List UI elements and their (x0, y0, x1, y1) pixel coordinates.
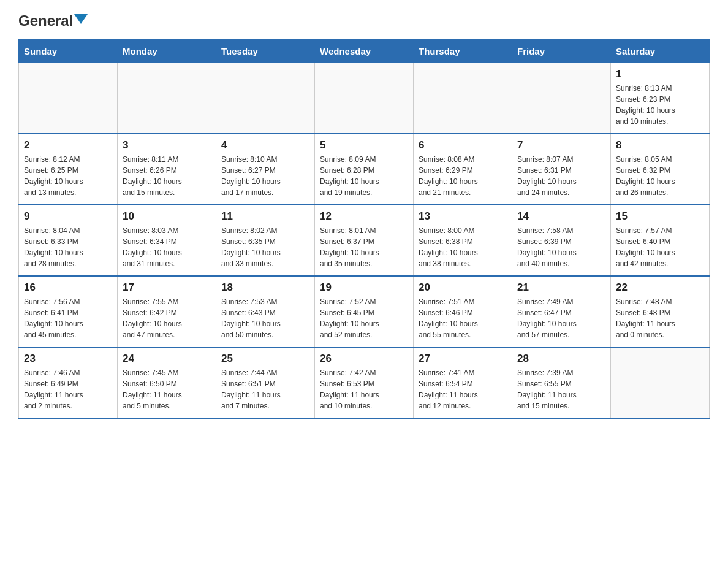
day-number: 6 (419, 139, 507, 151)
calendar-cell: 21Sunrise: 7:49 AM Sunset: 6:47 PM Dayli… (512, 276, 611, 347)
day-info: Sunrise: 8:00 AM Sunset: 6:38 PM Dayligh… (419, 225, 507, 269)
day-number: 11 (221, 210, 309, 223)
day-number: 8 (616, 139, 704, 151)
calendar-table: SundayMondayTuesdayWednesdayThursdayFrid… (18, 39, 710, 419)
calendar-cell: 3Sunrise: 8:11 AM Sunset: 6:26 PM Daylig… (118, 134, 216, 205)
weekday-header-sunday: Sunday (19, 40, 118, 63)
day-number: 2 (24, 139, 112, 151)
calendar-cell: 14Sunrise: 7:58 AM Sunset: 6:39 PM Dayli… (512, 205, 611, 276)
day-number: 10 (123, 210, 211, 223)
day-info: Sunrise: 7:39 AM Sunset: 6:55 PM Dayligh… (517, 367, 605, 412)
day-info: Sunrise: 8:11 AM Sunset: 6:26 PM Dayligh… (123, 154, 211, 198)
day-info: Sunrise: 7:57 AM Sunset: 6:40 PM Dayligh… (616, 225, 704, 269)
day-number: 14 (517, 210, 605, 223)
day-number: 1 (616, 68, 704, 80)
calendar-cell (19, 63, 118, 134)
calendar-cell: 15Sunrise: 7:57 AM Sunset: 6:40 PM Dayli… (611, 205, 710, 276)
calendar-cell: 5Sunrise: 8:09 AM Sunset: 6:28 PM Daylig… (315, 134, 414, 205)
calendar-cell: 9Sunrise: 8:04 AM Sunset: 6:33 PM Daylig… (19, 205, 118, 276)
day-info: Sunrise: 7:48 AM Sunset: 6:48 PM Dayligh… (616, 296, 704, 340)
day-number: 26 (320, 353, 408, 365)
calendar-cell: 7Sunrise: 8:07 AM Sunset: 6:31 PM Daylig… (512, 134, 611, 205)
day-number: 16 (24, 282, 112, 294)
calendar-cell: 13Sunrise: 8:00 AM Sunset: 6:38 PM Dayli… (414, 205, 512, 276)
calendar-cell (315, 63, 414, 134)
calendar-cell: 18Sunrise: 7:53 AM Sunset: 6:43 PM Dayli… (216, 276, 315, 347)
day-info: Sunrise: 8:04 AM Sunset: 6:33 PM Dayligh… (24, 225, 112, 269)
day-info: Sunrise: 8:10 AM Sunset: 6:27 PM Dayligh… (221, 154, 309, 198)
calendar-cell (414, 63, 512, 134)
day-info: Sunrise: 7:55 AM Sunset: 6:42 PM Dayligh… (123, 296, 211, 340)
day-number: 5 (320, 139, 408, 151)
day-number: 9 (24, 210, 112, 223)
week-row-1: 1Sunrise: 8:13 AM Sunset: 6:23 PM Daylig… (19, 63, 710, 134)
day-number: 18 (221, 282, 309, 294)
day-number: 24 (123, 353, 211, 365)
calendar-cell: 1Sunrise: 8:13 AM Sunset: 6:23 PM Daylig… (611, 63, 710, 134)
day-number: 12 (320, 210, 408, 223)
calendar-cell: 22Sunrise: 7:48 AM Sunset: 6:48 PM Dayli… (611, 276, 710, 347)
weekday-header-saturday: Saturday (611, 40, 710, 63)
calendar-cell: 11Sunrise: 8:02 AM Sunset: 6:35 PM Dayli… (216, 205, 315, 276)
day-number: 23 (24, 353, 112, 365)
day-number: 20 (419, 282, 507, 294)
day-number: 27 (419, 353, 507, 365)
calendar-cell (118, 63, 216, 134)
logo: General (18, 12, 88, 27)
day-number: 22 (616, 282, 704, 294)
day-info: Sunrise: 7:58 AM Sunset: 6:39 PM Dayligh… (517, 225, 605, 269)
svg-marker-0 (74, 14, 88, 24)
day-info: Sunrise: 8:09 AM Sunset: 6:28 PM Dayligh… (320, 154, 408, 198)
calendar-cell: 16Sunrise: 7:56 AM Sunset: 6:41 PM Dayli… (19, 276, 118, 347)
day-info: Sunrise: 7:44 AM Sunset: 6:51 PM Dayligh… (221, 367, 309, 412)
calendar-cell: 12Sunrise: 8:01 AM Sunset: 6:37 PM Dayli… (315, 205, 414, 276)
calendar-cell: 6Sunrise: 8:08 AM Sunset: 6:29 PM Daylig… (414, 134, 512, 205)
day-number: 28 (517, 353, 605, 365)
weekday-header-wednesday: Wednesday (315, 40, 414, 63)
week-row-2: 2Sunrise: 8:12 AM Sunset: 6:25 PM Daylig… (19, 134, 710, 205)
day-info: Sunrise: 8:02 AM Sunset: 6:35 PM Dayligh… (221, 225, 309, 269)
page-header: General (18, 12, 710, 27)
day-number: 21 (517, 282, 605, 294)
calendar-cell: 24Sunrise: 7:45 AM Sunset: 6:50 PM Dayli… (118, 347, 216, 418)
calendar-cell (512, 63, 611, 134)
day-info: Sunrise: 8:03 AM Sunset: 6:34 PM Dayligh… (123, 225, 211, 269)
day-number: 19 (320, 282, 408, 294)
calendar-cell: 27Sunrise: 7:41 AM Sunset: 6:54 PM Dayli… (414, 347, 512, 418)
week-row-4: 16Sunrise: 7:56 AM Sunset: 6:41 PM Dayli… (19, 276, 710, 347)
logo-general: General (18, 12, 73, 29)
calendar-cell: 20Sunrise: 7:51 AM Sunset: 6:46 PM Dayli… (414, 276, 512, 347)
calendar-cell: 26Sunrise: 7:42 AM Sunset: 6:53 PM Dayli… (315, 347, 414, 418)
calendar-cell: 17Sunrise: 7:55 AM Sunset: 6:42 PM Dayli… (118, 276, 216, 347)
day-info: Sunrise: 7:49 AM Sunset: 6:47 PM Dayligh… (517, 296, 605, 340)
weekday-header-thursday: Thursday (414, 40, 512, 63)
calendar-cell: 25Sunrise: 7:44 AM Sunset: 6:51 PM Dayli… (216, 347, 315, 418)
calendar-cell (216, 63, 315, 134)
day-info: Sunrise: 8:05 AM Sunset: 6:32 PM Dayligh… (616, 154, 704, 198)
logo-triangle-icon (74, 14, 88, 24)
day-info: Sunrise: 7:41 AM Sunset: 6:54 PM Dayligh… (419, 367, 507, 412)
day-info: Sunrise: 7:56 AM Sunset: 6:41 PM Dayligh… (24, 296, 112, 340)
day-info: Sunrise: 8:08 AM Sunset: 6:29 PM Dayligh… (419, 154, 507, 198)
day-info: Sunrise: 7:52 AM Sunset: 6:45 PM Dayligh… (320, 296, 408, 340)
calendar-cell: 23Sunrise: 7:46 AM Sunset: 6:49 PM Dayli… (19, 347, 118, 418)
calendar-cell: 4Sunrise: 8:10 AM Sunset: 6:27 PM Daylig… (216, 134, 315, 205)
day-info: Sunrise: 7:42 AM Sunset: 6:53 PM Dayligh… (320, 367, 408, 412)
day-info: Sunrise: 8:07 AM Sunset: 6:31 PM Dayligh… (517, 154, 605, 198)
calendar-cell: 10Sunrise: 8:03 AM Sunset: 6:34 PM Dayli… (118, 205, 216, 276)
day-info: Sunrise: 7:45 AM Sunset: 6:50 PM Dayligh… (123, 367, 211, 412)
weekday-header-monday: Monday (118, 40, 216, 63)
day-number: 4 (221, 139, 309, 151)
weekday-header-friday: Friday (512, 40, 611, 63)
day-info: Sunrise: 8:12 AM Sunset: 6:25 PM Dayligh… (24, 154, 112, 198)
day-number: 7 (517, 139, 605, 151)
day-number: 15 (616, 210, 704, 223)
calendar-cell: 8Sunrise: 8:05 AM Sunset: 6:32 PM Daylig… (611, 134, 710, 205)
calendar-cell: 28Sunrise: 7:39 AM Sunset: 6:55 PM Dayli… (512, 347, 611, 418)
calendar-cell (611, 347, 710, 418)
day-info: Sunrise: 8:13 AM Sunset: 6:23 PM Dayligh… (616, 83, 704, 127)
day-number: 17 (123, 282, 211, 294)
weekday-header-row: SundayMondayTuesdayWednesdayThursdayFrid… (19, 40, 710, 63)
day-info: Sunrise: 7:46 AM Sunset: 6:49 PM Dayligh… (24, 367, 112, 412)
day-number: 25 (221, 353, 309, 365)
